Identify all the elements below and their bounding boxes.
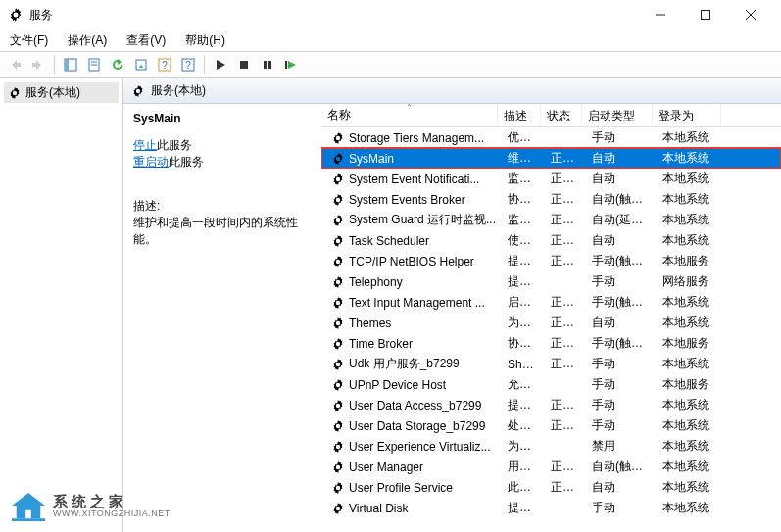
toolbar: ? ?: [0, 51, 781, 78]
service-name: UPnP Device Host: [349, 378, 446, 392]
service-status: 正在...: [545, 150, 586, 167]
col-header-logon[interactable]: 登录为: [653, 104, 721, 126]
gear-icon: [331, 460, 345, 474]
service-row[interactable]: System Events Broker协调...正在...自动(触发...本地…: [321, 189, 781, 210]
service-desc: 提供...: [502, 397, 545, 413]
service-logon: 本地系统: [657, 294, 725, 311]
service-status: 正在...: [545, 294, 586, 311]
service-row[interactable]: Task Scheduler使用...正在...自动本地系统: [321, 230, 781, 251]
service-desc: Shell...: [502, 358, 545, 371]
gear-icon: [331, 316, 345, 330]
service-logon: 本地系统: [657, 170, 725, 187]
service-desc: 提供...: [502, 500, 545, 516]
svg-rect-14: [240, 61, 248, 69]
selected-service-name: SysMain: [133, 112, 312, 125]
service-list: 名称⌃ 描述 状态 启动类型 登录为 Storage Tiers Managem…: [321, 104, 781, 532]
service-logon: 本地系统: [657, 438, 725, 455]
service-startup: 手动: [586, 129, 657, 146]
service-row[interactable]: TCP/IP NetBIOS Helper提供 ...正在...手动(触发...…: [321, 251, 781, 271]
service-startup: 自动(延迟...: [586, 212, 657, 228]
service-row[interactable]: UPnP Device Host允许 ...手动本地服务: [321, 374, 781, 395]
start-service-button[interactable]: [210, 54, 231, 75]
service-status: 正在...: [545, 212, 586, 228]
col-header-status[interactable]: 状态: [541, 104, 582, 126]
view-detail-button[interactable]: [60, 54, 81, 75]
service-startup: 手动(触发...: [586, 335, 657, 352]
close-button[interactable]: [728, 0, 773, 29]
restart-service-button[interactable]: [280, 54, 302, 75]
service-name: User Profile Service: [349, 481, 453, 495]
pause-service-button[interactable]: [257, 54, 278, 75]
service-startup: 自动: [586, 314, 657, 331]
titlebar: 服务: [0, 0, 781, 29]
service-name: Telephony: [349, 275, 403, 289]
service-startup: 手动: [586, 356, 657, 372]
service-row[interactable]: System Event Notificati...监视...正在...自动本地…: [321, 169, 781, 189]
service-row[interactable]: Udk 用户服务_b7299Shell...正在...手动本地系统: [321, 354, 781, 374]
service-status: 正在...: [545, 459, 586, 475]
nav-back-button[interactable]: [4, 54, 25, 75]
col-header-startup[interactable]: 启动类型: [582, 104, 653, 126]
service-row[interactable]: Telephony提供...手动网络服务: [321, 271, 781, 292]
col-header-name[interactable]: 名称⌃: [321, 104, 498, 126]
refresh-button[interactable]: [107, 54, 128, 75]
gear-icon: [331, 399, 345, 412]
export-button[interactable]: [130, 54, 152, 75]
gear-icon: [8, 86, 22, 100]
col-header-desc[interactable]: 描述: [498, 104, 541, 126]
gear-icon: [331, 440, 345, 454]
tree-root-item[interactable]: 服务(本地): [4, 82, 119, 103]
menu-action[interactable]: 操作(A): [64, 30, 111, 51]
service-startup: 手动(触发...: [586, 294, 657, 311]
service-row[interactable]: System Guard 运行时监视...监视...正在...自动(延迟...本…: [321, 210, 781, 230]
service-row[interactable]: Themes为用...正在...自动本地系统: [321, 313, 781, 333]
service-name: Task Scheduler: [349, 234, 429, 248]
watermark-logo-icon: [10, 491, 47, 522]
service-row[interactable]: User Experience Virtualiz...为应...禁用本地系统: [321, 436, 781, 457]
gear-icon: [331, 234, 345, 248]
gear-icon: [331, 337, 345, 351]
service-desc: 提供...: [502, 273, 545, 290]
service-row[interactable]: SysMain维护...正在...自动本地系统: [321, 148, 781, 169]
svg-rect-1: [702, 11, 710, 20]
nav-forward-button[interactable]: [27, 54, 49, 75]
service-logon: 本地系统: [657, 314, 725, 331]
service-logon: 本地系统: [657, 212, 725, 228]
service-logon: 本地系统: [657, 232, 725, 249]
restart-link[interactable]: 重启动: [133, 155, 169, 169]
service-row[interactable]: User Manager用户...正在...自动(触发...本地系统: [321, 457, 781, 477]
service-desc: 优化...: [502, 129, 545, 146]
service-row[interactable]: Time Broker协调...正在...手动(触发...本地服务: [321, 333, 781, 354]
service-name: Storage Tiers Managem...: [349, 131, 484, 145]
menu-file[interactable]: 文件(F): [6, 30, 52, 51]
service-row[interactable]: User Data Access_b7299提供...正在...手动本地系统: [321, 395, 781, 415]
service-logon: 本地系统: [657, 479, 725, 496]
maximize-button[interactable]: [683, 0, 728, 29]
menu-view[interactable]: 查看(V): [122, 30, 170, 51]
stop-link[interactable]: 停止: [133, 138, 157, 152]
help2-button[interactable]: ?: [177, 54, 199, 75]
service-name: System Event Notificati...: [349, 172, 479, 186]
service-row[interactable]: Storage Tiers Managem...优化...手动本地系统: [321, 127, 781, 148]
help-button[interactable]: ?: [154, 54, 175, 75]
watermark-text-url: WWW.XITONGZHIJIA.NET: [53, 509, 171, 519]
svg-rect-18: [12, 518, 45, 521]
service-row[interactable]: User Profile Service此服...正在...自动本地系统: [321, 477, 781, 498]
content-header-label: 服务(本地): [151, 82, 206, 99]
service-row[interactable]: User Data Storage_b7299处理...正在...手动本地系统: [321, 415, 781, 436]
gear-icon: [331, 131, 345, 145]
list-header: 名称⌃ 描述 状态 启动类型 登录为: [321, 104, 781, 127]
service-row[interactable]: Virtual Disk提供...手动本地系统: [321, 498, 781, 518]
service-row[interactable]: Text Input Management ...启用...正在...手动(触发…: [321, 292, 781, 313]
properties-button[interactable]: [83, 54, 105, 75]
gear-icon: [331, 481, 345, 495]
service-logon: 本地系统: [657, 150, 725, 167]
service-name: Virtual Disk: [349, 502, 408, 515]
minimize-button[interactable]: [638, 0, 683, 29]
menu-help[interactable]: 帮助(H): [181, 30, 229, 51]
service-name: Time Broker: [349, 337, 413, 351]
stop-service-button[interactable]: [233, 54, 255, 75]
service-desc: 监视...: [502, 170, 545, 187]
gear-icon: [331, 419, 345, 433]
service-desc: 为用...: [502, 314, 545, 331]
